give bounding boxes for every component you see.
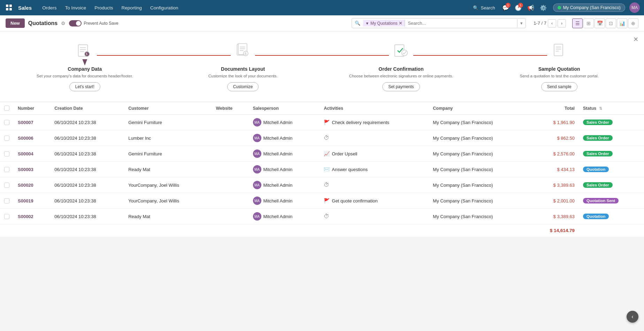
- row-status: Quotation Sent: [579, 193, 644, 209]
- col-creation-date[interactable]: Creation Date: [50, 102, 124, 115]
- select-all-checkbox[interactable]: [4, 106, 9, 111]
- onboarding-close-button[interactable]: ✕: [633, 36, 638, 43]
- search-button[interactable]: 🔍 Search: [469, 4, 498, 12]
- brand-label[interactable]: Sales: [15, 5, 34, 11]
- search-input[interactable]: [405, 19, 517, 27]
- activity-view-button[interactable]: ⊕: [628, 18, 638, 28]
- activity-flag-icon: ✉️: [324, 167, 330, 172]
- col-company[interactable]: Company: [429, 102, 530, 115]
- prevent-auto-save-label: Prevent Auto Save: [84, 21, 118, 26]
- user-avatar[interactable]: MA: [629, 2, 640, 13]
- row-website: [212, 209, 248, 224]
- col-number[interactable]: Number: [14, 102, 50, 115]
- svg-rect-0: [6, 5, 8, 7]
- row-customer: Gemini Furniture: [124, 146, 212, 162]
- onboarding-steps: $ Company Data Set your company's data f…: [14, 38, 630, 91]
- row-creation-date: 06/10/2024 10:23:38: [50, 209, 124, 224]
- svg-rect-1: [6, 8, 8, 10]
- graph-view-button[interactable]: 📊: [617, 18, 627, 28]
- list-view-button[interactable]: ☰: [572, 18, 583, 28]
- nav-configuration[interactable]: Configuration: [147, 3, 182, 13]
- step2-btn[interactable]: Customize: [227, 82, 259, 91]
- table-row: S00006 06/10/2024 10:23:38 Lumber Inc MA…: [0, 130, 644, 146]
- row-number[interactable]: S00002: [14, 209, 50, 224]
- col-customer[interactable]: Customer: [124, 102, 212, 115]
- row-checkbox-cell: [0, 209, 14, 224]
- col-activities[interactable]: Activities: [320, 102, 429, 115]
- step4-btn[interactable]: Send sample: [541, 82, 577, 91]
- kanban-view-button[interactable]: ⊞: [583, 18, 594, 28]
- row-total: $ 2,001.00: [530, 193, 579, 209]
- row-checkbox-cell: [0, 193, 14, 209]
- col-status[interactable]: Status ⇅: [579, 102, 644, 115]
- svg-rect-2: [9, 5, 12, 7]
- row-number[interactable]: S00004: [14, 146, 50, 162]
- row-checkbox-cell: [0, 146, 14, 162]
- col-salesperson[interactable]: Salesperson: [249, 102, 320, 115]
- row-checkbox[interactable]: [4, 136, 9, 141]
- filter-icon: ▼: [365, 21, 369, 25]
- select-all-checkbox-header[interactable]: [0, 102, 14, 115]
- step1-title: Company Data: [68, 66, 102, 72]
- row-checkbox[interactable]: [4, 183, 9, 188]
- activity-label: Check delivery requirements: [332, 120, 389, 125]
- salesperson-name: Mitchell Admin: [263, 183, 293, 188]
- row-checkbox[interactable]: [4, 167, 9, 172]
- onboarding-step-order-confirmation: Order Confirmation Choose between electr…: [330, 38, 472, 91]
- row-salesperson: MA Mitchell Admin: [249, 146, 320, 162]
- activity-clock-icon: ⏱: [324, 135, 329, 141]
- apps-menu-button[interactable]: [4, 3, 14, 13]
- step1-btn[interactable]: Let's start!: [69, 82, 100, 91]
- salesperson-name: Mitchell Admin: [263, 120, 293, 125]
- pagination-next-button[interactable]: ›: [558, 19, 566, 28]
- salesperson-avatar: MA: [253, 149, 261, 158]
- grand-total-row: $ 14,614.79: [0, 224, 644, 237]
- company-switcher[interactable]: My Company (San Francisco): [553, 3, 625, 12]
- activity-flag-icon: 📈: [324, 151, 330, 156]
- row-activities: 🚩 Check delivery requirements: [320, 115, 429, 130]
- nav-reporting[interactable]: Reporting: [118, 3, 146, 13]
- nav-products[interactable]: Products: [91, 3, 116, 13]
- activities-button[interactable]: 🕐 1: [513, 2, 524, 13]
- channel-button[interactable]: 📢: [525, 2, 536, 13]
- step3-btn[interactable]: Set payments: [382, 82, 420, 91]
- row-salesperson: MA Mitchell Admin: [249, 130, 320, 146]
- step4-desc: Send a quotation to test the customer po…: [520, 73, 599, 79]
- settings-button[interactable]: ⚙️: [538, 2, 549, 13]
- onboarding-step-company-data: $ Company Data Set your company's data f…: [14, 38, 156, 91]
- row-checkbox[interactable]: [4, 214, 9, 219]
- nav-to-invoice[interactable]: To Invoice: [61, 3, 90, 13]
- row-number[interactable]: S00006: [14, 130, 50, 146]
- filter-label: My Quotations: [370, 21, 397, 26]
- row-number[interactable]: S00007: [14, 115, 50, 130]
- search-filter-tag[interactable]: ▼ My Quotations ✕: [363, 20, 405, 26]
- filter-remove-button[interactable]: ✕: [399, 21, 402, 26]
- row-number[interactable]: S00020: [14, 177, 50, 193]
- col-website[interactable]: Website: [212, 102, 248, 115]
- nav-orders[interactable]: Orders: [39, 3, 60, 13]
- quotations-settings-icon[interactable]: ⚙: [61, 21, 66, 26]
- prevent-auto-save-toggle[interactable]: [69, 20, 82, 26]
- row-website: [212, 177, 248, 193]
- messages-button[interactable]: 💬 1: [500, 2, 511, 13]
- calendar-view-button[interactable]: 📅: [595, 18, 605, 28]
- row-checkbox[interactable]: [4, 151, 9, 156]
- row-company: My Company (San Francisco): [429, 193, 530, 209]
- row-checkbox[interactable]: [4, 120, 9, 125]
- activity-label: Answer questions: [332, 167, 368, 172]
- col-total[interactable]: Total: [530, 102, 579, 115]
- salesperson-avatar: MA: [253, 181, 261, 189]
- row-checkbox[interactable]: [4, 198, 9, 203]
- row-number[interactable]: S00003: [14, 162, 50, 177]
- search-dropdown-button[interactable]: ▾: [517, 19, 526, 27]
- step3-title: Order Confirmation: [378, 66, 423, 72]
- new-button[interactable]: New: [6, 18, 25, 28]
- row-number[interactable]: S00019: [14, 193, 50, 209]
- row-checkbox-cell: [0, 130, 14, 146]
- status-sort-icon: ⇅: [599, 106, 602, 110]
- onboarding-progress-line: [88, 55, 556, 56]
- pagination-prev-button[interactable]: ‹: [548, 19, 556, 28]
- row-customer: Ready Mat: [124, 209, 212, 224]
- quotations-table-wrap: Number Creation Date Customer Website Sa…: [0, 102, 644, 237]
- pivot-view-button[interactable]: ⊡: [606, 18, 616, 28]
